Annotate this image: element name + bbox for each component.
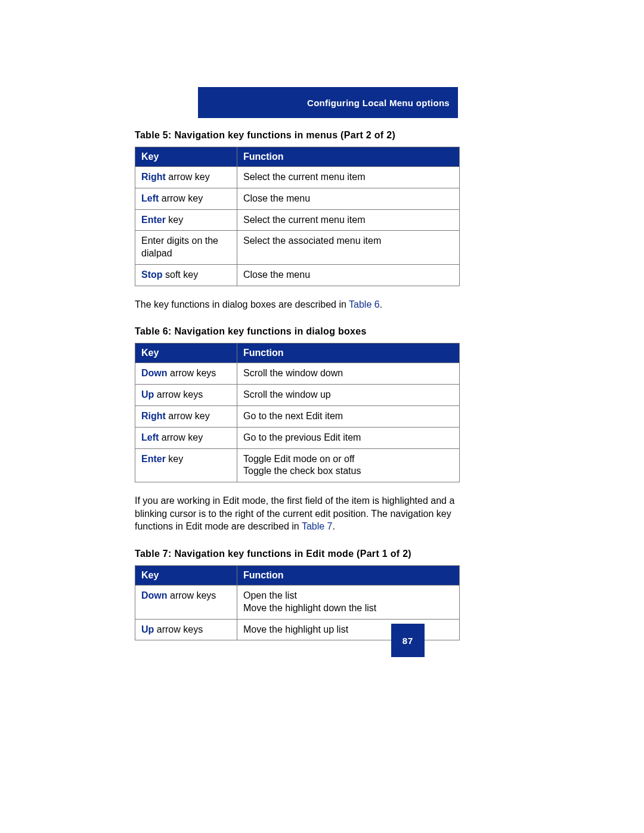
- key-rest: arrow keys: [154, 624, 203, 634]
- key-bold: Right: [141, 172, 166, 182]
- key-bold: Down: [141, 368, 168, 378]
- th-key: Key: [135, 343, 237, 363]
- cell-fn: Select the current menu item: [237, 167, 460, 188]
- table-row: Right arrow key Go to the next Edit item: [135, 405, 460, 427]
- cell-fn: Open the listMove the highlight down the…: [237, 585, 460, 619]
- para1-post: .: [380, 299, 382, 309]
- para2-post: .: [332, 521, 335, 531]
- cell-key: Stop soft key: [135, 264, 237, 286]
- table5: Key Function Right arrow key Select the …: [135, 147, 460, 286]
- key-rest: arrow key: [166, 411, 210, 421]
- cell-key: Right arrow key: [135, 405, 237, 427]
- table-header-row: Key Function: [135, 565, 460, 585]
- table7-caption: Table 7: Navigation key functions in Edi…: [135, 549, 460, 559]
- cell-key: Enter key: [135, 209, 237, 231]
- document-page: Configuring Local Menu options Table 5: …: [0, 0, 644, 833]
- key-bold: Down: [141, 590, 168, 600]
- key-rest: key: [166, 454, 183, 464]
- page-content: Table 5: Navigation key functions in men…: [135, 130, 460, 640]
- key-rest: arrow key: [166, 172, 210, 182]
- key-rest: arrow keys: [154, 389, 203, 400]
- page-number: 87: [391, 624, 425, 657]
- section-header-text: Configuring Local Menu options: [307, 98, 450, 108]
- key-rest: arrow keys: [168, 368, 216, 378]
- table-row: Left arrow key Go to the previous Edit i…: [135, 427, 460, 448]
- th-function: Function: [237, 343, 460, 363]
- cell-key: Enter digits on the dialpad: [135, 231, 237, 265]
- table6: Key Function Down arrow keys Scroll the …: [135, 343, 460, 482]
- page-number-text: 87: [402, 636, 414, 646]
- table-row: Enter digits on the dialpad Select the a…: [135, 231, 460, 265]
- cell-key: Right arrow key: [135, 167, 237, 188]
- table-row: Enter key Toggle Edit mode on or offTogg…: [135, 448, 460, 482]
- th-function: Function: [237, 565, 460, 585]
- cell-fn: Close the menu: [237, 188, 460, 209]
- cell-fn: Go to the previous Edit item: [237, 427, 460, 448]
- cell-key: Left arrow key: [135, 188, 237, 209]
- table-ref-link[interactable]: Table 6: [349, 299, 380, 309]
- key-bold: Right: [141, 411, 166, 421]
- cell-fn: Select the current menu item: [237, 209, 460, 231]
- key-bold: Left: [141, 432, 159, 442]
- table-row: Right arrow key Select the current menu …: [135, 167, 460, 188]
- cell-fn: Scroll the window up: [237, 385, 460, 406]
- cell-key: Down arrow keys: [135, 585, 237, 619]
- table-header-row: Key Function: [135, 343, 460, 363]
- cell-fn: Scroll the window down: [237, 363, 460, 385]
- cell-key: Up arrow keys: [135, 619, 237, 640]
- key-bold: Enter: [141, 215, 166, 225]
- cell-fn: Close the menu: [237, 264, 460, 286]
- table-row: Up arrow keys Scroll the window up: [135, 385, 460, 406]
- cell-fn: Toggle Edit mode on or offToggle the che…: [237, 448, 460, 482]
- th-key: Key: [135, 565, 237, 585]
- table-row: Enter key Select the current menu item: [135, 209, 460, 231]
- key-bold: Up: [141, 624, 154, 634]
- table-ref-link[interactable]: Table 7: [302, 521, 333, 531]
- table-row: Down arrow keys Scroll the window down: [135, 363, 460, 385]
- key-bold: Stop: [141, 270, 163, 280]
- key-rest: arrow keys: [168, 590, 216, 600]
- cell-key: Up arrow keys: [135, 385, 237, 406]
- table-row: Down arrow keys Open the listMove the hi…: [135, 585, 460, 619]
- table5-caption: Table 5: Navigation key functions in men…: [135, 130, 460, 141]
- key-bold: Enter: [141, 454, 166, 464]
- table-row: Stop soft key Close the menu: [135, 264, 460, 286]
- key-bold: Left: [141, 193, 159, 203]
- th-function: Function: [237, 147, 460, 167]
- key-rest: arrow key: [159, 193, 203, 203]
- cell-fn: Select the associated menu item: [237, 231, 460, 265]
- table-row: Left arrow key Close the menu: [135, 188, 460, 209]
- cell-key: Left arrow key: [135, 427, 237, 448]
- section-header: Configuring Local Menu options: [198, 87, 458, 118]
- cell-key: Down arrow keys: [135, 363, 237, 385]
- th-key: Key: [135, 147, 237, 167]
- table-header-row: Key Function: [135, 147, 460, 167]
- cell-fn: Go to the next Edit item: [237, 405, 460, 427]
- key-bold: Up: [141, 389, 154, 400]
- paragraph-1: The key functions in dialog boxes are de…: [135, 298, 460, 311]
- para2-pre: If you are working in Edit mode, the fir…: [135, 496, 454, 531]
- key-rest: soft key: [163, 270, 199, 280]
- key-rest: key: [166, 215, 183, 225]
- para1-pre: The key functions in dialog boxes are de…: [135, 299, 349, 309]
- key-rest: Enter digits on the dialpad: [141, 236, 218, 258]
- key-rest: arrow key: [159, 432, 203, 442]
- cell-key: Enter key: [135, 448, 237, 482]
- paragraph-2: If you are working in Edit mode, the fir…: [135, 494, 460, 533]
- cell-fn: Move the highlight up list: [237, 619, 460, 640]
- table6-caption: Table 6: Navigation key functions in dia…: [135, 326, 460, 337]
